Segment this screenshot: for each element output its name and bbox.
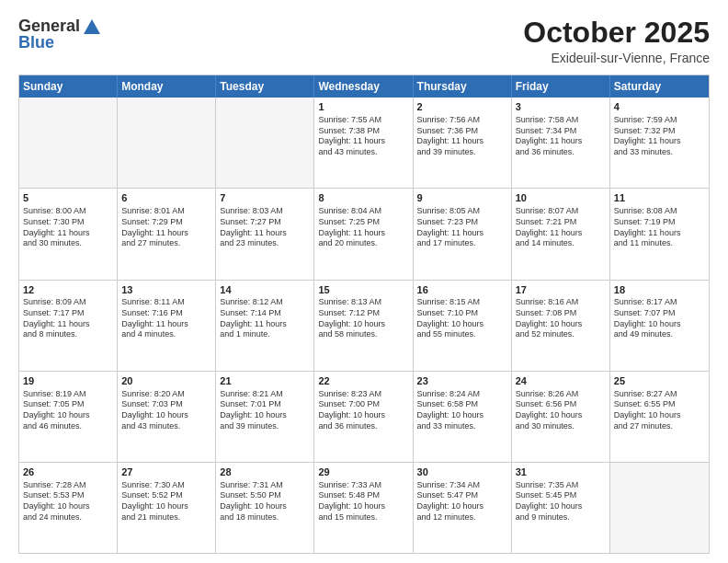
day-number: 4: [614, 100, 705, 114]
cell-line: Sunset: 7:21 PM: [516, 217, 606, 228]
day-number: 15: [318, 283, 408, 297]
cell-line: Sunrise: 7:30 AM: [121, 480, 211, 491]
weekday-header: Monday: [118, 75, 216, 98]
cell-line: and 33 minutes.: [417, 421, 507, 432]
calendar-row: 19Sunrise: 8:19 AMSunset: 7:05 PMDayligh…: [19, 371, 709, 462]
calendar-cell: 1Sunrise: 7:55 AMSunset: 7:38 PMDaylight…: [314, 98, 413, 188]
calendar-cell: 22Sunrise: 8:23 AMSunset: 7:00 PMDayligh…: [314, 372, 413, 462]
cell-line: and 36 minutes.: [318, 421, 408, 432]
cell-line: Sunrise: 7:59 AM: [614, 115, 705, 126]
cell-line: Daylight: 11 hours: [516, 136, 606, 147]
header: General Blue October 2025 Exideuil-sur-V…: [18, 17, 710, 65]
cell-line: Sunset: 5:52 PM: [121, 490, 211, 501]
cell-line: and 46 minutes.: [23, 421, 113, 432]
calendar-cell: 19Sunrise: 8:19 AMSunset: 7:05 PMDayligh…: [19, 372, 118, 462]
calendar-cell: 11Sunrise: 8:08 AMSunset: 7:19 PMDayligh…: [610, 189, 709, 279]
calendar-cell: 12Sunrise: 8:09 AMSunset: 7:17 PMDayligh…: [19, 281, 118, 371]
cell-line: Sunset: 7:25 PM: [318, 217, 408, 228]
cell-line: Sunrise: 8:24 AM: [417, 389, 507, 400]
cell-line: Sunset: 7:32 PM: [614, 126, 705, 137]
logo-blue: Blue: [18, 33, 102, 52]
cell-line: Daylight: 11 hours: [220, 228, 310, 239]
calendar-cell: 13Sunrise: 8:11 AMSunset: 7:16 PMDayligh…: [118, 281, 216, 371]
cell-line: and 14 minutes.: [516, 238, 606, 249]
cell-line: Sunset: 7:27 PM: [220, 217, 310, 228]
cell-line: Sunrise: 8:20 AM: [121, 389, 211, 400]
calendar-cell: 20Sunrise: 8:20 AMSunset: 7:03 PMDayligh…: [118, 372, 216, 462]
cell-line: Daylight: 10 hours: [23, 501, 113, 512]
calendar-cell: [610, 463, 709, 553]
day-number: 1: [318, 100, 408, 114]
cell-line: Sunrise: 8:03 AM: [220, 206, 310, 217]
cell-line: Sunrise: 8:12 AM: [220, 297, 310, 308]
cell-line: Sunrise: 7:34 AM: [417, 480, 507, 491]
day-number: 30: [417, 465, 507, 479]
cell-line: Sunset: 7:14 PM: [220, 308, 310, 319]
cell-line: Daylight: 10 hours: [318, 319, 408, 330]
cell-line: Sunset: 7:36 PM: [417, 126, 507, 137]
calendar-cell: 7Sunrise: 8:03 AMSunset: 7:27 PMDaylight…: [216, 189, 314, 279]
calendar-cell: 10Sunrise: 8:07 AMSunset: 7:21 PMDayligh…: [512, 189, 610, 279]
day-number: 14: [220, 283, 310, 297]
day-number: 13: [121, 283, 211, 297]
cell-line: Daylight: 11 hours: [121, 319, 211, 330]
day-number: 16: [417, 283, 507, 297]
cell-line: Sunrise: 8:11 AM: [121, 297, 211, 308]
calendar-cell: 2Sunrise: 7:56 AMSunset: 7:36 PMDaylight…: [414, 98, 512, 188]
cell-line: Daylight: 11 hours: [318, 136, 408, 147]
cell-line: Sunset: 7:34 PM: [516, 126, 606, 137]
weekday-header: Thursday: [414, 75, 512, 98]
cell-line: Daylight: 10 hours: [23, 410, 113, 421]
cell-line: Sunrise: 8:04 AM: [318, 206, 408, 217]
cell-line: Daylight: 10 hours: [417, 319, 507, 330]
day-number: 24: [516, 374, 606, 388]
cell-line: Sunset: 7:12 PM: [318, 308, 408, 319]
cell-line: and 39 minutes.: [417, 147, 507, 158]
calendar-cell: 16Sunrise: 8:15 AMSunset: 7:10 PMDayligh…: [414, 281, 512, 371]
calendar-cell: 14Sunrise: 8:12 AMSunset: 7:14 PMDayligh…: [216, 281, 314, 371]
cell-line: and 30 minutes.: [23, 238, 113, 249]
cell-line: Sunset: 7:01 PM: [220, 399, 310, 410]
cell-line: Daylight: 11 hours: [121, 228, 211, 239]
cell-line: Daylight: 10 hours: [220, 410, 310, 421]
cell-line: Sunrise: 8:19 AM: [23, 389, 113, 400]
title-area: October 2025 Exideuil-sur-Vienne, France: [523, 17, 710, 65]
cell-line: Sunset: 6:58 PM: [417, 399, 507, 410]
calendar-cell: 8Sunrise: 8:04 AMSunset: 7:25 PMDaylight…: [314, 189, 413, 279]
location: Exideuil-sur-Vienne, France: [523, 51, 710, 65]
day-number: 8: [318, 191, 408, 205]
cell-line: Sunset: 7:10 PM: [417, 308, 507, 319]
cell-line: Sunrise: 8:26 AM: [516, 389, 606, 400]
calendar-row: 1Sunrise: 7:55 AMSunset: 7:38 PMDaylight…: [19, 98, 709, 188]
logo-icon: [82, 17, 102, 36]
day-number: 29: [318, 465, 408, 479]
cell-line: Daylight: 10 hours: [516, 319, 606, 330]
day-number: 20: [121, 374, 211, 388]
cell-line: Daylight: 10 hours: [614, 319, 705, 330]
cell-line: Sunset: 7:19 PM: [614, 217, 705, 228]
cell-line: Sunset: 5:53 PM: [23, 490, 113, 501]
cell-line: and 9 minutes.: [516, 512, 606, 523]
cell-line: and 11 minutes.: [614, 238, 705, 249]
day-number: 25: [614, 374, 705, 388]
weekday-header: Wednesday: [314, 75, 413, 98]
cell-line: Daylight: 11 hours: [220, 319, 310, 330]
calendar-cell: 18Sunrise: 8:17 AMSunset: 7:07 PMDayligh…: [610, 281, 709, 371]
cell-line: Sunrise: 8:01 AM: [121, 206, 211, 217]
cell-line: and 49 minutes.: [614, 329, 705, 340]
calendar-cell: 6Sunrise: 8:01 AMSunset: 7:29 PMDaylight…: [118, 189, 216, 279]
cell-line: and 15 minutes.: [318, 512, 408, 523]
calendar-cell: 25Sunrise: 8:27 AMSunset: 6:55 PMDayligh…: [610, 372, 709, 462]
calendar-cell: [19, 98, 118, 188]
day-number: 23: [417, 374, 507, 388]
day-number: 3: [516, 100, 606, 114]
cell-line: Daylight: 11 hours: [417, 228, 507, 239]
calendar: SundayMondayTuesdayWednesdayThursdayFrid…: [18, 75, 710, 554]
cell-line: Daylight: 11 hours: [23, 319, 113, 330]
cell-line: Sunrise: 7:55 AM: [318, 115, 408, 126]
cell-line: Sunset: 7:17 PM: [23, 308, 113, 319]
cell-line: Sunrise: 8:05 AM: [417, 206, 507, 217]
cell-line: and 27 minutes.: [121, 238, 211, 249]
cell-line: and 20 minutes.: [318, 238, 408, 249]
calendar-cell: 5Sunrise: 8:00 AMSunset: 7:30 PMDaylight…: [19, 189, 118, 279]
